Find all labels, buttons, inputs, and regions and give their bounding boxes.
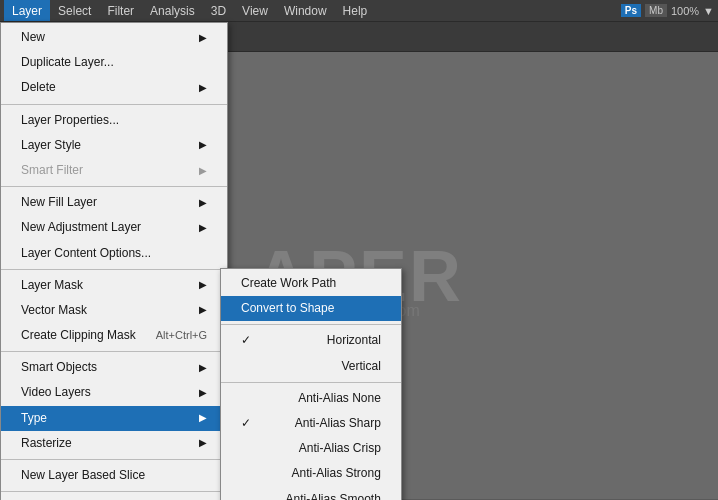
- separator: [221, 382, 401, 383]
- type-submenu: Create Work Path Convert to Shape ✓ Hori…: [220, 268, 402, 500]
- menu-view[interactable]: View: [234, 0, 276, 21]
- separator: [221, 324, 401, 325]
- arrow-icon: ▶: [199, 435, 207, 451]
- separator: [1, 186, 227, 187]
- menu-item-new-adjustment[interactable]: New Adjustment Layer ▶: [1, 215, 227, 240]
- menu-layer[interactable]: Layer: [4, 0, 50, 21]
- menu-item-new-fill[interactable]: New Fill Layer ▶: [1, 190, 227, 215]
- submenu-item-antialias-none[interactable]: Anti-Alias None: [221, 386, 401, 411]
- submenu-item-antialias-crisp[interactable]: Anti-Alias Crisp: [221, 436, 401, 461]
- arrow-icon: ▶: [199, 360, 207, 376]
- submenu-item-antialias-sharp[interactable]: ✓ Anti-Alias Sharp: [221, 411, 401, 436]
- menubar-right: Ps Mb 100% ▼: [621, 4, 714, 17]
- submenu-item-antialias-smooth[interactable]: Anti-Alias Smooth: [221, 487, 401, 501]
- menubar: Layer Select Filter Analysis 3D View Win…: [0, 0, 718, 22]
- separator: [1, 104, 227, 105]
- menu-filter[interactable]: Filter: [99, 0, 142, 21]
- submenu-item-vertical[interactable]: Vertical: [221, 354, 401, 379]
- menu-item-clipping-mask[interactable]: Create Clipping Mask Alt+Ctrl+G: [1, 323, 227, 348]
- menu-item-layer-mask[interactable]: Layer Mask ▶: [1, 273, 227, 298]
- arrow-icon: ▶: [199, 137, 207, 153]
- arrow-icon: ▶: [199, 195, 207, 211]
- separator: [1, 351, 227, 352]
- menu-analysis[interactable]: Analysis: [142, 0, 203, 21]
- submenu-item-antialias-strong[interactable]: Anti-Alias Strong: [221, 461, 401, 486]
- menu-item-new-slice[interactable]: New Layer Based Slice: [1, 463, 227, 488]
- arrow-icon: ▶: [199, 80, 207, 96]
- arrow-icon: ▶: [199, 163, 207, 179]
- menu-3d[interactable]: 3D: [203, 0, 234, 21]
- submenu-item-convert-to-shape[interactable]: Convert to Shape: [221, 296, 401, 321]
- arrow-icon: ▶: [199, 30, 207, 46]
- submenu-item-horizontal[interactable]: ✓ Horizontal: [221, 328, 401, 353]
- menu-item-delete[interactable]: Delete ▶: [1, 75, 227, 100]
- menu-item-vector-mask[interactable]: Vector Mask ▶: [1, 298, 227, 323]
- arrow-icon: ▶: [199, 410, 207, 426]
- menu-item-layer-properties[interactable]: Layer Properties...: [1, 108, 227, 133]
- menu-item-new[interactable]: New ▶: [1, 25, 227, 50]
- separator: [1, 459, 227, 460]
- menu-window[interactable]: Window: [276, 0, 335, 21]
- zoom-dropdown[interactable]: ▼: [703, 5, 714, 17]
- layer-dropdown: New ▶ Duplicate Layer... Delete ▶ Layer …: [0, 22, 228, 500]
- zoom-level: 100%: [671, 5, 699, 17]
- menu-item-rasterize[interactable]: Rasterize ▶: [1, 431, 227, 456]
- menu-item-smart-objects[interactable]: Smart Objects ▶: [1, 355, 227, 380]
- arrow-icon: ▶: [199, 302, 207, 318]
- arrow-icon: ▶: [199, 220, 207, 236]
- separator: [1, 269, 227, 270]
- ps-badge: Ps: [621, 4, 641, 17]
- menu-help[interactable]: Help: [335, 0, 376, 21]
- menu-item-group-layers[interactable]: Group Layers Ctrl+G: [1, 495, 227, 500]
- menu-item-layer-content-options[interactable]: Layer Content Options...: [1, 241, 227, 266]
- arrow-icon: ▶: [199, 385, 207, 401]
- menu-item-video-layers[interactable]: Video Layers ▶: [1, 380, 227, 405]
- arrow-icon: ▶: [199, 277, 207, 293]
- menu-select[interactable]: Select: [50, 0, 99, 21]
- submenu-item-create-work-path[interactable]: Create Work Path: [221, 271, 401, 296]
- menu-item-smart-filter: Smart Filter ▶: [1, 158, 227, 183]
- menu-item-duplicate[interactable]: Duplicate Layer...: [1, 50, 227, 75]
- menu-item-type[interactable]: Type ▶: [1, 406, 227, 431]
- separator: [1, 491, 227, 492]
- menu-item-layer-style[interactable]: Layer Style ▶: [1, 133, 227, 158]
- mb-badge: Mb: [645, 4, 667, 17]
